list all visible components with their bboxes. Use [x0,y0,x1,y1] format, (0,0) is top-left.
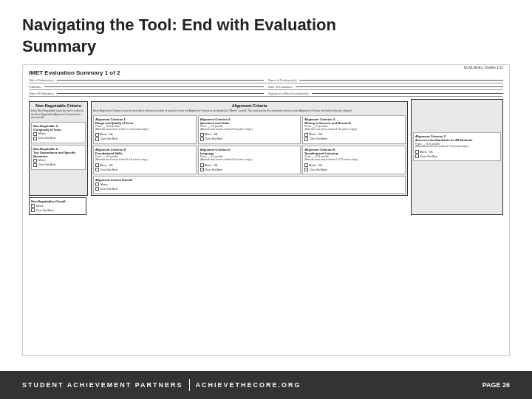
footer-orgs: STUDENT ACHIEVEMENT PARTNERS ACHIEVETHEC… [22,379,301,391]
overall-nn-box: Non-Negotiables Overall: Meets Does Not … [29,197,86,215]
ac7-meets-row: Meets N/A [415,150,499,154]
footer: STUDENT ACHIEVEMENT PARTNERS ACHIEVETHEC… [0,371,532,399]
ac5-dnm-cb[interactable] [200,168,204,171]
footer-divider [189,379,190,391]
non-neg-column: Non-Negotiable Criteria Each Non-Negotia… [29,101,88,196]
ac3-meets-cb[interactable] [304,133,308,137]
nn1-meets-row: Meets [33,132,83,136]
nn2-dnm-checkbox[interactable] [33,163,37,167]
ac1-meets-row: Meets N/A [95,133,194,137]
ac4-dnm-row: Does Not Meet [95,168,194,171]
ac7-meets-cb[interactable] [415,150,419,154]
ac4-dnm-cb[interactable] [95,168,99,171]
left-part: Non-Negotiable Criteria Each Non-Negotia… [29,99,408,215]
ac1-dnm-cb[interactable] [95,137,99,141]
nn2-meets-row: Meets [33,159,83,163]
overall-align-meets: Meets [95,183,403,186]
ac7-dnm-cb[interactable] [415,154,419,158]
ac2-item: Alignment Criterion 2: Questions and Tas… [198,115,301,144]
date-pub-field: Date of Publication: [29,92,264,95]
org2-label: ACHIEVETHECORE.ORG [196,381,301,389]
ac6-meets-cb[interactable] [304,163,308,167]
ac2-meets-cb[interactable] [200,133,204,137]
ac6-meets-row: Meets N/A [304,163,403,167]
ac2-dnm-cb[interactable] [200,137,204,141]
ac1-item: Alignment Criterion 1: Range and Quality… [93,115,197,144]
signature-field: Signature of Each Evaluator(s): [268,92,503,95]
criteria-section: Non-Negotiable Criteria Each Non-Negotia… [29,101,408,196]
ac4-item: Alignment Criterion 4: Foundational Skil… [93,146,197,174]
ac6-item: Alignment Criterion 6: Speaking and List… [302,146,406,174]
overall-nn-dnm: Does Not Meet [31,208,84,212]
nn2-item: Non-Negotiable 2: Text Dependence and Sp… [31,145,86,170]
ac6-dnm-cb[interactable] [304,168,308,171]
ac1-dnm-row: Does Not Meet [95,137,194,141]
ac2-meets-row: Meets N/A [200,133,299,137]
nn1-meets-checkbox[interactable] [33,132,37,136]
doc-preview: Instructional Materials Evaluation Toolk… [22,64,510,356]
org1-label: STUDENT ACHIEVEMENT PARTNERS [22,381,183,389]
meta-row-3: Date of Publication: Signature of Each E… [29,92,503,97]
ac6-dnm-row: Does Not Meet [304,168,403,171]
header: Navigating the Tool: End with Evaluation… [0,0,532,64]
nn2-dnm-row: Does Not Meet [33,163,83,167]
ac3-dnm-row: Does Not Meet [304,137,403,141]
ac3-item: Alignment Criterion 3: Writing to Source… [302,115,406,144]
title-field: Title of Submission: [29,78,264,82]
overall-align-item: Alignment Criteria Overall: Meets Does N… [93,176,406,194]
doc-inner: Instructional Materials Evaluation Toolk… [23,65,509,355]
ac4-meets-row: Meets N/A [95,163,194,167]
right-part: Alignment Criterion 7: Access to the Sta… [411,99,503,215]
ac5-meets-cb[interactable] [200,163,204,167]
page-title: Navigating the Tool: End with Evaluation… [22,15,510,57]
alignment-grid: Alignment Criterion 1: Range and Quality… [93,115,406,174]
overall-nn-dnm-cb[interactable] [31,208,35,212]
main-criteria: Non-Negotiable Criteria Each Non-Negotia… [29,99,503,215]
ac3-dnm-cb[interactable] [304,137,308,141]
nn1-item: Non-Negotiable 1: Complexity of Texts Me… [31,122,86,143]
ac2-dnm-row: Does Not Meet [200,137,299,141]
overall-nn-meets: Meets [31,204,84,208]
doc-title: IMET Evaluation Summary 1 of 2 [29,69,503,76]
page-container: Navigating the Tool: End with Evaluation… [0,0,532,356]
ac4-meets-cb[interactable] [95,163,99,167]
meta-row-1: Title of Submission: Name of Evaluator(s… [29,78,503,83]
date-eval-field: Date of Evaluation: [268,85,503,89]
ac5-dnm-row: Does Not Meet [200,168,299,171]
overall-nn-meets-cb[interactable] [31,204,35,208]
overall-align-dnm: Does Not Meet [95,187,403,191]
overall-section: Alignment Criteria Overall: Meets Does N… [93,176,406,194]
nn2-meets-checkbox[interactable] [33,159,37,163]
ac7-dnm-row: Does Not Meet [415,154,499,158]
doc-toolkit-info: Instructional Materials Evaluation Toolk… [433,65,503,69]
overall-align-meets-cb[interactable] [95,183,99,186]
nn1-dnm-row: Does Not Meet [33,137,83,140]
footer-page: PAGE 26 [482,381,510,389]
ac3-meets-row: Meets N/A [304,133,403,137]
publisher-field: Publisher: [29,85,264,89]
meta-row-2: Publisher: Date of Evaluation: [29,85,503,90]
alignment-column: Alignment Criteria Each Alignment Criter… [91,101,408,196]
ac5-meets-row: Meets N/A [200,163,299,167]
nn1-dnm-checkbox[interactable] [33,137,37,140]
name-field: Name of Evaluator(s): [268,78,503,82]
ac1-meets-cb[interactable] [95,133,99,137]
doc-title-row: Instructional Materials Evaluation Toolk… [29,69,503,78]
ac7-column: Alignment Criterion 7: Access to the Sta… [411,99,503,215]
ac5-item: Alignment Criterion 5: Language Points: … [198,146,301,174]
overall-align-dnm-cb[interactable] [95,187,99,191]
ac7-item: Alignment Criterion 7: Access to the Sta… [413,132,501,161]
